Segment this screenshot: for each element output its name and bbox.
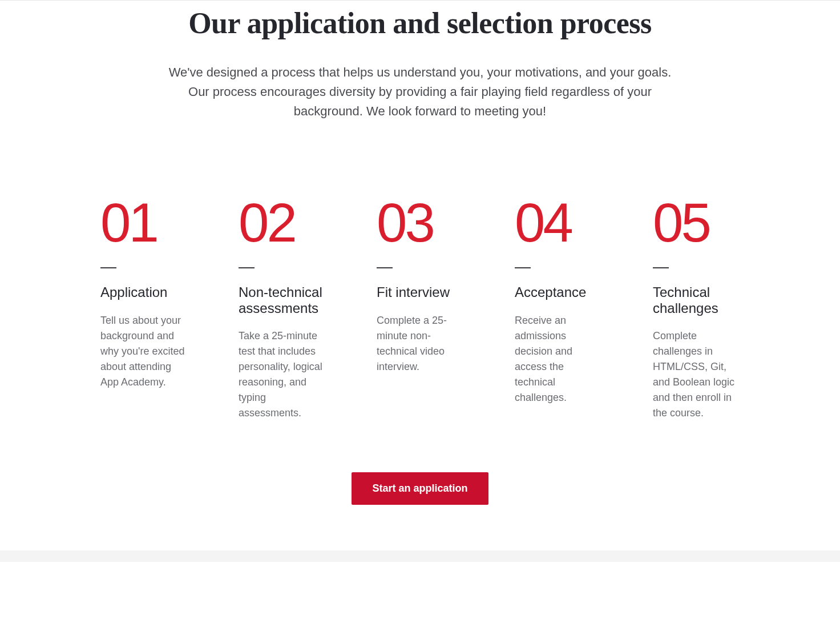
step-number: 02: [239, 195, 325, 250]
step-assessments: 02 Non-technical assessments Take a 25-m…: [239, 195, 325, 421]
step-fit-interview: 03 Fit interview Complete a 25-minute no…: [377, 195, 463, 421]
step-number: 03: [377, 195, 463, 250]
step-title: Non-technical assessments: [239, 284, 325, 316]
step-title: Application: [100, 284, 187, 300]
step-description: Complete challenges in HTML/CSS, Git, an…: [653, 328, 740, 421]
step-number: 04: [515, 195, 601, 250]
step-divider: [653, 267, 669, 268]
step-description: Tell us about your background and why yo…: [100, 313, 187, 390]
start-application-button[interactable]: Start an application: [352, 472, 488, 505]
step-description: Receive an admissions decision and acces…: [515, 313, 601, 405]
step-title: Fit interview: [377, 284, 463, 300]
footer-strip: [0, 550, 840, 562]
step-technical-challenges: 05 Technical challenges Complete challen…: [653, 195, 740, 421]
step-acceptance: 04 Acceptance Receive an admissions deci…: [515, 195, 601, 421]
page-heading: Our application and selection process: [100, 6, 740, 40]
step-divider: [377, 267, 393, 268]
step-divider: [515, 267, 531, 268]
steps-grid: 01 Application Tell us about your backgr…: [100, 195, 740, 421]
cta-section: Start an application: [100, 472, 740, 550]
step-description: Take a 25-minute test that includes pers…: [239, 328, 325, 421]
intro-paragraph: We've designed a process that helps us u…: [158, 63, 682, 121]
step-title: Acceptance: [515, 284, 601, 300]
step-divider: [239, 267, 255, 268]
step-description: Complete a 25-minute non-technical video…: [377, 313, 463, 375]
step-number: 01: [100, 195, 187, 250]
step-number: 05: [653, 195, 740, 250]
step-divider: [100, 267, 116, 268]
step-application: 01 Application Tell us about your backgr…: [100, 195, 187, 421]
step-title: Technical challenges: [653, 284, 740, 316]
